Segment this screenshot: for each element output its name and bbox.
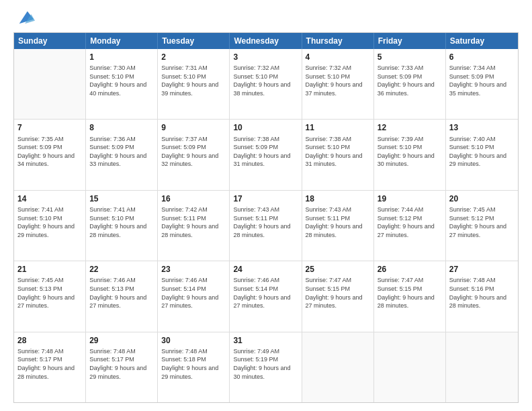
- day-cell-3: 3Sunrise: 7:32 AMSunset: 5:10 PMDaylight…: [230, 49, 302, 119]
- day-info: Sunrise: 7:43 AMSunset: 5:11 PMDaylight:…: [306, 205, 370, 239]
- day-cell-7: 7Sunrise: 7:35 AMSunset: 5:09 PMDaylight…: [14, 120, 86, 189]
- calendar-row-3: 14Sunrise: 7:41 AMSunset: 5:10 PMDayligh…: [14, 191, 518, 261]
- day-cell-31: 31Sunrise: 7:49 AMSunset: 5:19 PMDayligh…: [230, 332, 302, 402]
- header-day-wednesday: Wednesday: [230, 33, 302, 49]
- calendar-row-5: 28Sunrise: 7:48 AMSunset: 5:17 PMDayligh…: [14, 332, 518, 402]
- day-info: Sunrise: 7:38 AMSunset: 5:09 PMDaylight:…: [233, 135, 298, 169]
- day-number: 4: [306, 52, 370, 62]
- day-number: 15: [89, 193, 154, 204]
- calendar-body: 1Sunrise: 7:30 AMSunset: 5:10 PMDaylight…: [14, 49, 518, 402]
- calendar: SundayMondayTuesdayWednesdayThursdayFrid…: [13, 32, 519, 403]
- day-info: Sunrise: 7:32 AMSunset: 5:10 PMDaylight:…: [233, 64, 298, 97]
- day-cell-30: 30Sunrise: 7:48 AMSunset: 5:18 PMDayligh…: [158, 332, 230, 402]
- day-number: 10: [233, 122, 298, 133]
- day-number: 13: [449, 122, 515, 133]
- day-info: Sunrise: 7:44 AMSunset: 5:12 PMDaylight:…: [378, 205, 442, 239]
- day-cell-9: 9Sunrise: 7:37 AMSunset: 5:09 PMDaylight…: [158, 120, 230, 189]
- day-number: 30: [161, 335, 226, 346]
- day-info: Sunrise: 7:32 AMSunset: 5:10 PMDaylight:…: [306, 64, 370, 97]
- day-info: Sunrise: 7:48 AMSunset: 5:16 PMDaylight:…: [449, 276, 515, 310]
- day-number: 8: [89, 122, 154, 133]
- day-number: 5: [378, 52, 442, 62]
- day-info: Sunrise: 7:42 AMSunset: 5:11 PMDaylight:…: [161, 205, 226, 239]
- day-number: 25: [306, 264, 370, 275]
- day-info: Sunrise: 7:37 AMSunset: 5:09 PMDaylight:…: [161, 135, 226, 169]
- day-number: 31: [233, 335, 298, 346]
- day-info: Sunrise: 7:40 AMSunset: 5:10 PMDaylight:…: [449, 135, 515, 169]
- header-day-sunday: Sunday: [14, 33, 86, 49]
- day-cell-8: 8Sunrise: 7:36 AMSunset: 5:09 PMDaylight…: [86, 120, 158, 189]
- day-cell-14: 14Sunrise: 7:41 AMSunset: 5:10 PMDayligh…: [14, 191, 86, 261]
- day-number: 2: [161, 52, 226, 62]
- day-number: 3: [233, 52, 298, 62]
- day-cell-17: 17Sunrise: 7:43 AMSunset: 5:11 PMDayligh…: [230, 191, 302, 261]
- day-info: Sunrise: 7:47 AMSunset: 5:15 PMDaylight:…: [306, 276, 370, 310]
- day-number: 26: [378, 264, 442, 275]
- day-info: Sunrise: 7:36 AMSunset: 5:09 PMDaylight:…: [89, 135, 154, 169]
- day-cell-19: 19Sunrise: 7:44 AMSunset: 5:12 PMDayligh…: [374, 191, 446, 261]
- day-info: Sunrise: 7:46 AMSunset: 5:14 PMDaylight:…: [161, 276, 226, 310]
- day-number: 18: [306, 193, 370, 204]
- day-cell-6: 6Sunrise: 7:34 AMSunset: 5:09 PMDaylight…: [446, 49, 518, 119]
- day-info: Sunrise: 7:43 AMSunset: 5:11 PMDaylight:…: [233, 205, 298, 239]
- day-cell-4: 4Sunrise: 7:32 AMSunset: 5:10 PMDaylight…: [302, 49, 374, 119]
- day-cell-16: 16Sunrise: 7:42 AMSunset: 5:11 PMDayligh…: [158, 191, 230, 261]
- day-info: Sunrise: 7:41 AMSunset: 5:10 PMDaylight:…: [89, 205, 154, 239]
- day-number: 12: [378, 122, 442, 133]
- day-info: Sunrise: 7:47 AMSunset: 5:15 PMDaylight:…: [378, 276, 442, 310]
- day-cell-29: 29Sunrise: 7:48 AMSunset: 5:17 PMDayligh…: [86, 332, 158, 402]
- day-cell-25: 25Sunrise: 7:47 AMSunset: 5:15 PMDayligh…: [302, 261, 374, 331]
- day-info: Sunrise: 7:45 AMSunset: 5:13 PMDaylight:…: [17, 276, 82, 310]
- day-number: 22: [89, 264, 154, 275]
- day-info: Sunrise: 7:38 AMSunset: 5:10 PMDaylight:…: [306, 135, 370, 169]
- day-info: Sunrise: 7:41 AMSunset: 5:10 PMDaylight:…: [17, 205, 82, 239]
- calendar-header: SundayMondayTuesdayWednesdayThursdayFrid…: [14, 33, 518, 49]
- day-info: Sunrise: 7:48 AMSunset: 5:18 PMDaylight:…: [161, 347, 226, 381]
- day-number: 11: [306, 122, 370, 133]
- day-info: Sunrise: 7:33 AMSunset: 5:09 PMDaylight:…: [378, 64, 442, 97]
- day-cell-1: 1Sunrise: 7:30 AMSunset: 5:10 PMDaylight…: [86, 49, 158, 119]
- day-cell-10: 10Sunrise: 7:38 AMSunset: 5:09 PMDayligh…: [230, 120, 302, 189]
- day-info: Sunrise: 7:45 AMSunset: 5:12 PMDaylight:…: [449, 205, 515, 239]
- header-day-friday: Friday: [374, 33, 446, 49]
- empty-cell: [374, 332, 446, 402]
- day-info: Sunrise: 7:46 AMSunset: 5:14 PMDaylight:…: [233, 276, 298, 310]
- day-info: Sunrise: 7:48 AMSunset: 5:17 PMDaylight:…: [89, 347, 154, 381]
- day-cell-12: 12Sunrise: 7:39 AMSunset: 5:10 PMDayligh…: [374, 120, 446, 189]
- calendar-row-1: 1Sunrise: 7:30 AMSunset: 5:10 PMDaylight…: [14, 49, 518, 120]
- day-info: Sunrise: 7:39 AMSunset: 5:10 PMDaylight:…: [378, 135, 442, 169]
- day-info: Sunrise: 7:35 AMSunset: 5:09 PMDaylight:…: [17, 135, 82, 169]
- day-info: Sunrise: 7:30 AMSunset: 5:10 PMDaylight:…: [89, 64, 154, 97]
- day-cell-18: 18Sunrise: 7:43 AMSunset: 5:11 PMDayligh…: [302, 191, 374, 261]
- day-cell-24: 24Sunrise: 7:46 AMSunset: 5:14 PMDayligh…: [230, 261, 302, 331]
- day-cell-28: 28Sunrise: 7:48 AMSunset: 5:17 PMDayligh…: [14, 332, 86, 402]
- page: SundayMondayTuesdayWednesdayThursdayFrid…: [0, 0, 532, 411]
- day-cell-5: 5Sunrise: 7:33 AMSunset: 5:09 PMDaylight…: [374, 49, 446, 119]
- day-cell-15: 15Sunrise: 7:41 AMSunset: 5:10 PMDayligh…: [86, 191, 158, 261]
- day-number: 6: [449, 52, 515, 62]
- day-cell-11: 11Sunrise: 7:38 AMSunset: 5:10 PMDayligh…: [302, 120, 374, 189]
- day-number: 7: [17, 122, 82, 133]
- day-number: 19: [378, 193, 442, 204]
- day-cell-2: 2Sunrise: 7:31 AMSunset: 5:10 PMDaylight…: [158, 49, 230, 119]
- day-cell-27: 27Sunrise: 7:48 AMSunset: 5:16 PMDayligh…: [446, 261, 518, 331]
- empty-cell: [14, 49, 86, 119]
- day-cell-22: 22Sunrise: 7:46 AMSunset: 5:13 PMDayligh…: [86, 261, 158, 331]
- day-number: 17: [233, 193, 298, 204]
- header: [13, 11, 519, 27]
- empty-cell: [446, 332, 518, 402]
- day-info: Sunrise: 7:46 AMSunset: 5:13 PMDaylight:…: [89, 276, 154, 310]
- empty-cell: [302, 332, 374, 402]
- day-number: 1: [89, 52, 154, 62]
- day-number: 24: [233, 264, 298, 275]
- header-day-monday: Monday: [86, 33, 158, 49]
- calendar-row-2: 7Sunrise: 7:35 AMSunset: 5:09 PMDaylight…: [14, 120, 518, 190]
- day-number: 21: [17, 264, 82, 275]
- calendar-row-4: 21Sunrise: 7:45 AMSunset: 5:13 PMDayligh…: [14, 261, 518, 332]
- day-number: 16: [161, 193, 226, 204]
- day-cell-21: 21Sunrise: 7:45 AMSunset: 5:13 PMDayligh…: [14, 261, 86, 331]
- day-number: 9: [161, 122, 226, 133]
- day-number: 14: [17, 193, 82, 204]
- header-day-thursday: Thursday: [302, 33, 374, 49]
- logo: [13, 11, 35, 27]
